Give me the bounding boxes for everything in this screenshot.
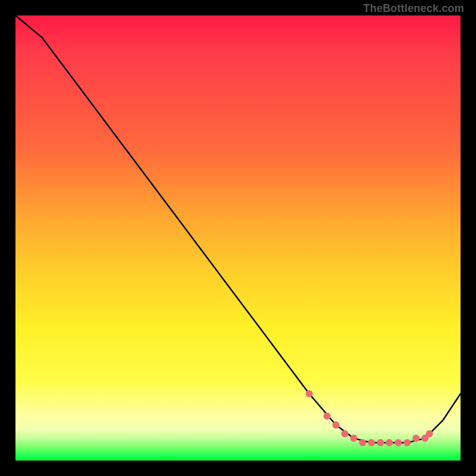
attribution-label: TheBottleneck.com <box>364 2 464 15</box>
chart-svg <box>15 15 461 461</box>
curve-marker <box>412 435 419 442</box>
curve-line <box>15 15 461 443</box>
curve-marker <box>394 439 402 446</box>
chart-frame: TheBottleneck.com <box>0 0 476 476</box>
curve-marker <box>426 430 433 437</box>
curve-marker <box>306 390 313 397</box>
curve-marker <box>342 430 349 437</box>
curve-marker <box>350 435 358 442</box>
curve-marker <box>368 439 375 446</box>
curve-marker <box>324 412 331 419</box>
curve-marker <box>403 439 411 446</box>
plot-area <box>15 15 461 461</box>
curve-marker <box>377 439 384 446</box>
curve-markers <box>306 390 433 446</box>
curve-marker <box>386 439 393 446</box>
curve-marker <box>359 439 366 446</box>
curve-marker <box>333 421 340 428</box>
